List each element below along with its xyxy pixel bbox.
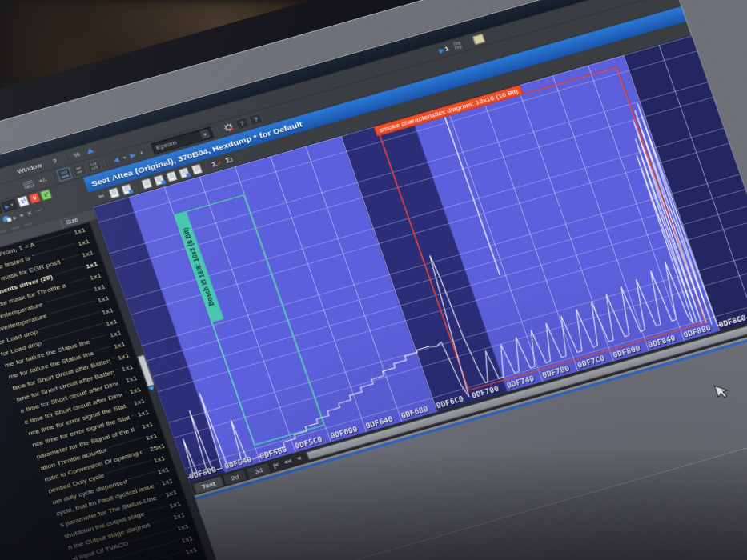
play-icon[interactable]: ▸ (12, 214, 18, 221)
version-v-icon[interactable]: V (29, 192, 41, 203)
sigma-check-icon[interactable]: Σ✓ (211, 158, 223, 169)
lo16-view-icon[interactable]: L016NB1A (22, 178, 37, 190)
swatch-icon[interactable] (471, 33, 486, 46)
globe-document-icon[interactable] (1, 214, 13, 226)
overflow-dots-icon[interactable]: ⋯ (34, 206, 43, 214)
scroll-marker-icon (148, 386, 155, 391)
context-help-icon[interactable]: ? (248, 113, 263, 126)
doc-sync-icon[interactable] (179, 167, 190, 178)
view-ff-icon[interactable]: FFPF (71, 163, 87, 178)
play-one-icon[interactable]: ▶1 (436, 42, 452, 55)
percent-icon[interactable]: % (69, 148, 84, 161)
menu-lines-icon[interactable]: ≡ (18, 211, 24, 218)
cut-icon[interactable]: ✂ (95, 190, 109, 202)
version-one-icon[interactable]: 1² (18, 196, 30, 207)
gear-icon[interactable] (221, 121, 236, 134)
photographed-monitor: Window ? % ▶1 OrgOrg L016NB1A (0, 0, 747, 560)
doc-export-icon[interactable] (191, 164, 203, 174)
screen-plane: Window ? % ▶1 OrgOrg L016NB1A (0, 0, 747, 560)
version-two-icon[interactable]: 1² (40, 189, 52, 200)
nav-prev-button[interactable]: < (293, 453, 305, 463)
doc-tool-icon[interactable] (141, 178, 152, 189)
paste-icon[interactable] (121, 184, 132, 194)
view-grid-icon[interactable]: 123123 (86, 158, 102, 173)
chevron-down-icon: ▾ (200, 129, 211, 139)
forward-arrow-icon[interactable]: ▶ (126, 148, 141, 161)
close-icon[interactable]: ✕ (26, 209, 33, 217)
help-chip-icon[interactable]: ? (235, 117, 250, 130)
forward-dropdown-icon[interactable]: ▾ (139, 150, 143, 154)
doc-down-icon[interactable] (167, 171, 178, 182)
back-arrow-icon[interactable]: ◀ (108, 153, 123, 166)
org-stack-icon[interactable]: OrgOrg (450, 39, 465, 52)
copy-icon[interactable] (109, 187, 120, 198)
winols-app-window: Window ? % ▶1 OrgOrg L016NB1A (0, 0, 747, 560)
sigma-warning-icon[interactable]: Σ! (224, 155, 234, 165)
view-see-icon[interactable]: 123SEE (56, 167, 72, 182)
delta-icon[interactable] (82, 144, 98, 157)
menu-help[interactable]: ? (46, 154, 64, 168)
eprom-combobox-value: Eprom (155, 139, 178, 152)
doc-up-icon[interactable] (154, 174, 165, 185)
plus-minus-icon[interactable]: +/- (35, 174, 50, 186)
mouse-cursor (713, 382, 731, 401)
back-dropdown-icon[interactable]: ▾ (122, 154, 127, 159)
